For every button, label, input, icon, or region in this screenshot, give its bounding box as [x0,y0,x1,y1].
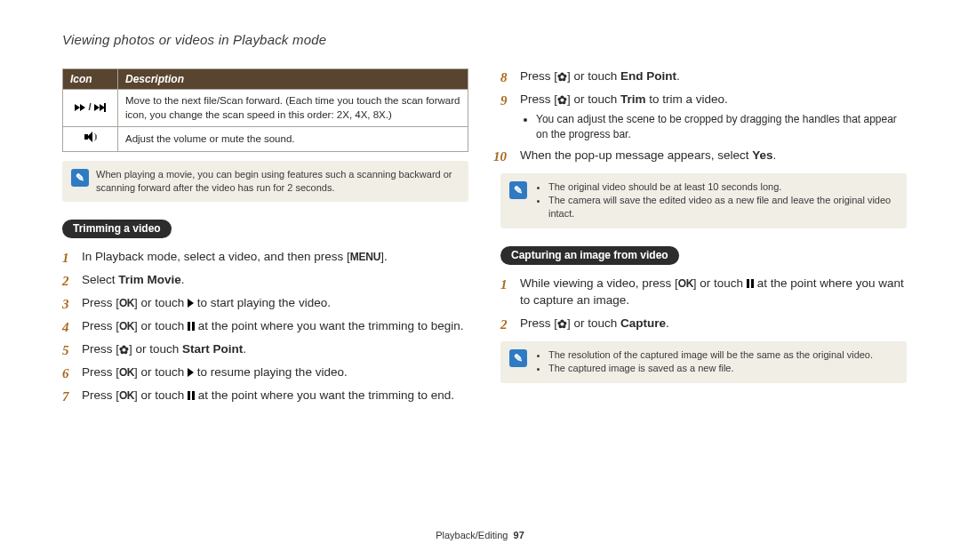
note-icon: ✎ [509,349,527,367]
step: When the pop-up message appears, select … [500,148,907,164]
menu-button-icon: MENU [350,251,381,263]
ok-button-icon: OK [119,389,134,402]
page-title: Viewing photos or videos in Playback mod… [62,32,907,47]
step: Press [✿] or touch Capture. [500,316,907,332]
step: Press [✿] or touch Trim to trim a video.… [500,92,907,141]
note-icon: ✎ [509,181,527,199]
note-bullet: The captured image is saved as a new fil… [548,362,873,375]
section-capturing-image: Capturing an image from video [500,246,679,265]
step: Press [OK] or touch to start playing the… [62,295,468,312]
note-icon: ✎ [71,169,89,187]
macro-flower-icon: ✿ [119,342,129,358]
pause-icon [188,322,195,331]
step: Press [✿] or touch Start Point. [62,341,468,358]
table-row: / Move to the next file/Scan forward. (E… [63,90,468,127]
step: Press [OK] or touch at the point where y… [62,318,468,335]
ok-button-icon: OK [119,297,134,309]
note-text: When playing a movie, you can begin usin… [96,168,460,196]
note-bullet: The resolution of the captured image wil… [548,348,873,362]
step: Press [OK] or touch to resume playing th… [62,364,468,381]
desc-cell: Adjust the volume or mute the sound. [118,127,468,152]
table-row: ⦘ Adjust the volume or mute the sound. [63,127,468,152]
note-bullet: The original video should be at least 10… [548,180,898,194]
note-scan-delay: ✎ When playing a movie, you can begin us… [62,161,468,203]
play-icon [188,368,194,377]
desc-header: Description [118,69,468,90]
page-footer: Playback/Editing 97 [0,530,960,540]
step: While viewing a video, press [OK] or tou… [500,276,907,309]
substep: You can adjust the scene to be cropped b… [536,112,907,140]
step: Select Trim Movie. [62,272,468,289]
step: In Playback mode, select a video, and th… [62,249,468,266]
macro-flower-icon: ✿ [557,316,567,332]
ok-button-icon: OK [119,366,134,379]
note-capture-resolution: ✎ The resolution of the captured image w… [500,341,907,383]
macro-flower-icon: ✿ [557,69,567,85]
fast-forward-skip-icon: / [63,90,118,127]
play-icon [188,299,194,308]
pause-icon [747,279,754,288]
step: Press [OK] or touch at the point where y… [62,388,468,404]
speaker-icon: ⦘ [63,127,118,152]
steps-capturing: While viewing a video, press [OK] or tou… [500,276,907,332]
note-bullet: The camera will save the edited video as… [548,194,898,221]
step: Press [✿] or touch End Point. [500,68,907,85]
ok-button-icon: OK [678,277,693,290]
pause-icon [188,391,195,400]
desc-cell: Move to the next file/Scan forward. (Eac… [118,90,468,127]
note-trim-constraints: ✎ The original video should be at least … [500,173,907,228]
section-trimming-video: Trimming a video [62,220,172,238]
icon-header: Icon [63,69,118,90]
ok-button-icon: OK [119,320,134,332]
steps-trimming-cont: Press [✿] or touch End Point. Press [✿] … [500,68,907,164]
icon-description-table: Icon Description / Move to the [62,68,468,152]
steps-trimming: In Playback mode, select a video, and th… [62,249,468,404]
macro-flower-icon: ✿ [557,92,567,108]
